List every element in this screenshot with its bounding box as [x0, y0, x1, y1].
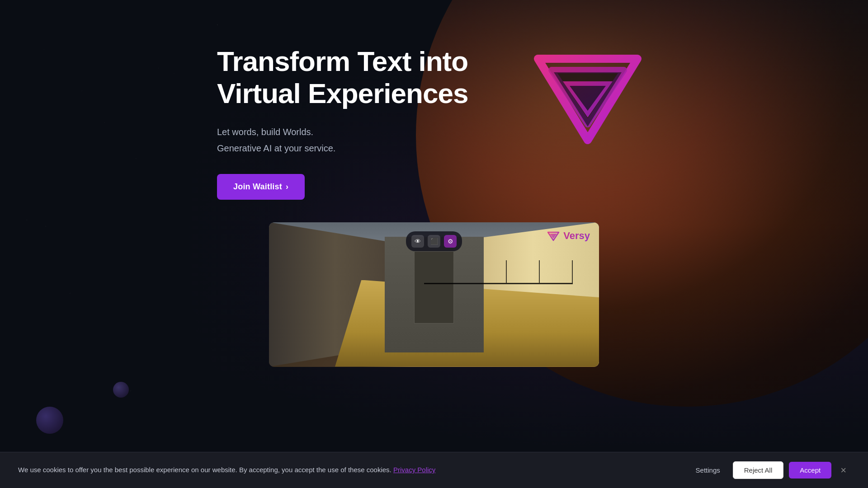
hero-subtitle: Let words, build Worlds. Generative AI a…	[217, 124, 488, 156]
hero-logo-area	[524, 36, 651, 163]
versy-logo-icon	[529, 41, 646, 158]
railing-post-1	[572, 260, 573, 283]
preview-section: 👁 ⬛ ⚙ Versy	[269, 222, 599, 367]
main-content: Transform Text into Virtual Experiences …	[0, 0, 868, 488]
ctrl-layers-button[interactable]: ⬛	[428, 235, 440, 248]
ctrl-eye-button[interactable]: 👁	[411, 235, 424, 248]
ctrl-settings-button[interactable]: ⚙	[444, 235, 457, 248]
navigation-bar	[0, 0, 868, 27]
preview-watermark: Versy	[547, 230, 590, 242]
hero-section: Transform Text into Virtual Experiences …	[163, 36, 705, 200]
cookie-privacy-link[interactable]: Privacy Policy	[393, 466, 435, 474]
cookie-banner: We use cookies to offer you the best pos…	[0, 452, 868, 488]
railing-post-2	[539, 260, 540, 283]
cookie-reject-button[interactable]: Reject All	[733, 461, 784, 479]
hero-title-line2: Virtual Experiences	[217, 78, 468, 109]
watermark-brand-name: Versy	[563, 230, 590, 242]
hero-text-block: Transform Text into Virtual Experiences …	[217, 36, 488, 200]
hero-title: Transform Text into Virtual Experiences	[217, 45, 488, 110]
room-door	[414, 251, 454, 324]
room-railing	[424, 283, 573, 284]
cookie-settings-button[interactable]: Settings	[689, 463, 727, 478]
cookie-message: We use cookies to offer you the best pos…	[18, 466, 392, 474]
cookie-accept-button[interactable]: Accept	[789, 462, 831, 479]
hero-subtitle-line1: Let words, build Worlds.	[217, 124, 488, 140]
cookie-text: We use cookies to offer you the best pos…	[18, 465, 679, 475]
join-waitlist-arrow: ›	[286, 182, 288, 192]
preview-controls-bar: 👁 ⬛ ⚙	[406, 231, 462, 251]
cookie-close-button[interactable]: ×	[837, 464, 850, 477]
hero-subtitle-line2: Generative AI at your service.	[217, 141, 488, 156]
join-waitlist-button[interactable]: Join Waitlist ›	[217, 174, 305, 200]
railing-post-3	[506, 260, 507, 283]
join-waitlist-label: Join Waitlist	[233, 182, 282, 192]
watermark-logo-icon	[547, 230, 560, 242]
hero-title-line1: Transform Text into	[217, 46, 468, 77]
cookie-actions: Settings Reject All Accept ×	[689, 461, 850, 479]
preview-inner: 👁 ⬛ ⚙ Versy	[269, 222, 599, 367]
